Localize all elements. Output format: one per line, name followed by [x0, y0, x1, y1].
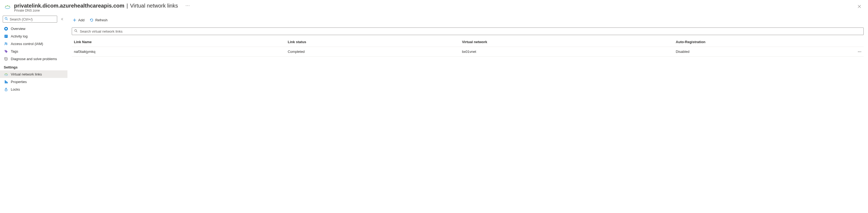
access-control-icon: [4, 41, 8, 46]
svg-point-16: [5, 51, 5, 51]
col-header-virtual-network[interactable]: Virtual network: [460, 37, 674, 47]
plus-icon: [72, 18, 76, 22]
more-actions-icon[interactable]: ···: [185, 2, 191, 9]
table-search-input[interactable]: [80, 29, 861, 33]
svg-point-3: [9, 6, 10, 7]
svg-point-20: [4, 57, 5, 58]
svg-line-32: [76, 31, 77, 32]
col-header-actions: [832, 37, 864, 47]
svg-point-23: [6, 73, 6, 74]
sidebar-group-settings: Settings: [0, 63, 67, 70]
sidebar-item-tags[interactable]: Tags: [0, 48, 67, 55]
row-actions-button[interactable]: ···: [832, 47, 864, 57]
col-header-auto-registration[interactable]: Auto-Registration: [674, 37, 832, 47]
svg-point-6: [5, 18, 7, 20]
title-separator: |: [126, 3, 128, 9]
tags-icon: [4, 49, 8, 53]
diagnose-icon: [4, 57, 8, 61]
activity-log-icon: [4, 34, 8, 38]
sidebar-item-virtual-network-links[interactable]: Virtual network links: [0, 70, 67, 78]
vnet-links-table: Link Name Link status Virtual network Au…: [72, 37, 864, 57]
svg-point-2: [7, 5, 8, 6]
svg-rect-26: [6, 81, 6, 83]
main-content: Add Refresh: [67, 13, 868, 213]
table-row[interactable]: naf3taikjymkq Completed bx01vnet Disable…: [72, 47, 864, 57]
cell-link-name: naf3taikjymkq: [72, 47, 286, 57]
vnet-links-icon: [4, 72, 8, 76]
sidebar-item-label: Virtual network links: [11, 72, 42, 76]
dns-zone-icon: [4, 3, 11, 10]
cell-auto-registration: Disabled: [674, 47, 832, 57]
locks-icon: [4, 87, 8, 91]
refresh-button[interactable]: Refresh: [89, 17, 108, 23]
svg-point-22: [5, 73, 5, 74]
refresh-button-label: Refresh: [95, 18, 107, 22]
refresh-icon: [89, 18, 94, 22]
table-search[interactable]: [72, 28, 864, 35]
sidebar-item-label: Overview: [11, 27, 25, 31]
col-header-link-name[interactable]: Link Name: [72, 37, 286, 47]
close-button[interactable]: [855, 2, 864, 11]
sidebar-item-diagnose[interactable]: Diagnose and solve problems: [0, 55, 67, 63]
svg-point-14: [5, 42, 6, 44]
svg-rect-28: [5, 89, 7, 91]
sidebar-item-label: Tags: [11, 49, 18, 53]
sidebar-item-label: Activity log: [11, 34, 28, 38]
sidebar-item-activity-log[interactable]: Activity log: [0, 32, 67, 40]
toolbar: Add Refresh: [72, 16, 864, 25]
properties-icon: [4, 80, 8, 84]
svg-point-15: [6, 42, 7, 43]
sidebar-item-properties[interactable]: Properties: [0, 78, 67, 86]
cell-virtual-network-link[interactable]: bx01vnet: [460, 47, 674, 57]
search-icon: [74, 29, 78, 33]
resource-type-subtitle: Private DNS zone: [14, 9, 852, 12]
sidebar-search[interactable]: [3, 16, 57, 23]
resource-title: privatelink.dicom.azurehealthcareapis.co…: [14, 3, 124, 9]
sidebar-item-label: Diagnose and solve problems: [11, 57, 57, 61]
svg-point-1: [6, 6, 6, 7]
svg-rect-25: [5, 80, 5, 83]
sidebar-item-access-control[interactable]: Access control (IAM): [0, 40, 67, 48]
sidebar-item-label: Locks: [11, 87, 20, 91]
sidebar-item-label: Access control (IAM): [11, 42, 43, 46]
svg-rect-27: [7, 82, 7, 83]
page-header: privatelink.dicom.azurehealthcareapis.co…: [0, 0, 868, 13]
add-button-label: Add: [78, 18, 85, 22]
add-button[interactable]: Add: [72, 17, 85, 23]
blade-title: Virtual network links: [130, 3, 178, 9]
sidebar-item-label: Properties: [11, 80, 27, 84]
collapse-sidebar-button[interactable]: [59, 17, 65, 22]
sidebar-item-locks[interactable]: Locks: [0, 86, 67, 93]
sidebar-search-input[interactable]: [10, 17, 55, 21]
sidebar: Overview Activity log Access control (IA…: [0, 13, 67, 213]
cell-link-status: Completed: [286, 47, 460, 57]
sidebar-item-overview[interactable]: Overview: [0, 25, 67, 32]
table-header-row: Link Name Link status Virtual network Au…: [72, 37, 864, 47]
col-header-link-status[interactable]: Link status: [286, 37, 460, 47]
svg-point-24: [7, 73, 7, 74]
search-icon: [5, 17, 8, 21]
svg-point-31: [75, 30, 76, 32]
overview-icon: [4, 26, 8, 31]
svg-line-7: [7, 19, 7, 20]
svg-rect-9: [5, 28, 7, 29]
